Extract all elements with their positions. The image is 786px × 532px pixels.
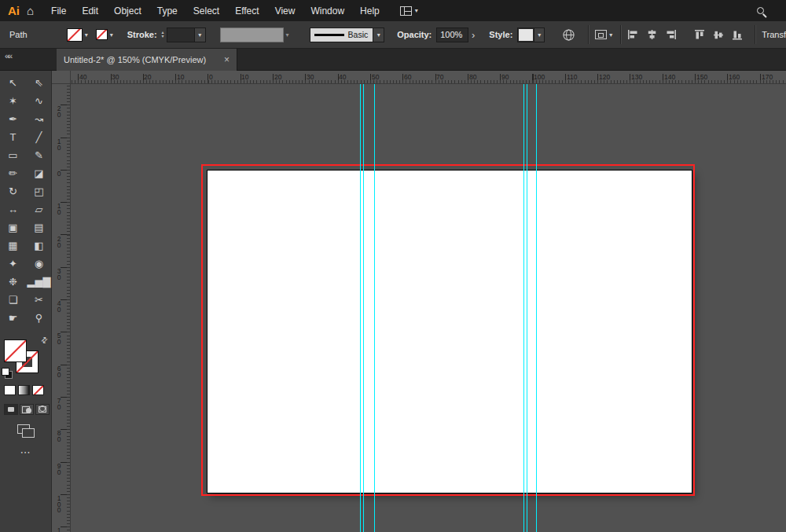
- artboard-tool[interactable]: ❏: [0, 291, 26, 309]
- column-graph-tool[interactable]: ▂▅▇: [26, 273, 52, 291]
- close-icon[interactable]: ×: [218, 54, 230, 65]
- stroke-width-stepper[interactable]: ▴ ▾: [162, 31, 164, 39]
- ruler-label: 140: [664, 74, 675, 80]
- stroke-none-swatch[interactable]: [96, 29, 108, 40]
- edit-toolbar-button[interactable]: ⋯: [0, 446, 52, 458]
- menu-effect[interactable]: Effect: [227, 6, 266, 17]
- rotate-tool[interactable]: ↻: [0, 182, 26, 200]
- zoom-tool[interactable]: ⚲: [26, 309, 52, 327]
- line-segment-tool[interactable]: ╱: [26, 128, 52, 146]
- type-tool[interactable]: T: [0, 128, 26, 146]
- ruler-label: 50: [372, 74, 379, 80]
- app-logo[interactable]: Ai: [0, 4, 27, 17]
- paintbrush-tool[interactable]: ✎: [26, 146, 52, 164]
- align-horizontal-center-button[interactable]: [646, 29, 658, 40]
- tools-grid: ↖⇖✶∿✒↝T╱▭✎✏◪↻◰↔▱▣▤▦◧✦◉❉▂▅▇❏✂☛⚲: [0, 74, 52, 327]
- menu-file[interactable]: File: [43, 6, 74, 17]
- ruler-label: 10: [55, 139, 63, 151]
- ruler-label: 20: [55, 237, 63, 248]
- rectangle-tool[interactable]: ▭: [0, 146, 26, 164]
- chevron-down-icon: ▾: [286, 31, 289, 39]
- align-vertical-bottom-button[interactable]: [732, 29, 744, 40]
- ruler-label: 60: [404, 74, 411, 80]
- align-horizontal-right-button[interactable]: [665, 29, 677, 40]
- default-fill-stroke-icon[interactable]: [2, 368, 13, 379]
- curvature-tool[interactable]: ↝: [26, 110, 52, 128]
- hand-tool[interactable]: ☛: [0, 309, 26, 327]
- home-icon[interactable]: ⌂: [27, 4, 34, 17]
- shape-builder-tool[interactable]: ▣: [0, 218, 26, 237]
- ruler-label: 10: [55, 204, 63, 215]
- collapse-panel-icon[interactable]: ««: [5, 51, 11, 61]
- gradient-tool[interactable]: ◧: [26, 237, 52, 255]
- swap-fill-stroke-icon[interactable]: ⇄: [39, 335, 50, 346]
- chevron-down-icon[interactable]: ▾: [110, 31, 113, 39]
- style-select[interactable]: ▾: [517, 28, 545, 42]
- stroke-color-control[interactable]: ▾: [96, 29, 113, 40]
- separator: [755, 25, 755, 44]
- color-button[interactable]: [4, 385, 16, 395]
- opacity-options-icon[interactable]: ›: [472, 30, 475, 40]
- chevron-down-icon[interactable]: ▾: [534, 28, 544, 42]
- slice-tool[interactable]: ✂: [26, 291, 52, 309]
- menu-edit[interactable]: Edit: [74, 6, 106, 17]
- scale-tool[interactable]: ◰: [26, 182, 52, 200]
- artboard[interactable]: [207, 170, 692, 493]
- ruler-label: 130: [631, 74, 642, 80]
- chevron-down-icon[interactable]: ▾: [373, 28, 384, 42]
- align-horizontal-left-button[interactable]: [627, 29, 639, 40]
- pencil-tool[interactable]: ✏: [0, 164, 26, 182]
- menu-object[interactable]: Object: [106, 6, 149, 17]
- menu-view[interactable]: View: [267, 6, 303, 17]
- chevron-down-icon[interactable]: ▾: [85, 31, 88, 39]
- fill-color-control[interactable]: ▾: [67, 28, 88, 42]
- draw-behind-button[interactable]: [20, 404, 34, 415]
- chevron-down-icon[interactable]: ▾: [609, 31, 612, 39]
- symbol-sprayer-tool[interactable]: ❉: [0, 273, 26, 291]
- none-button[interactable]: [32, 385, 44, 395]
- free-transform-tool[interactable]: ▱: [26, 200, 52, 218]
- align-to-control[interactable]: ▾: [595, 30, 612, 39]
- stepper-down-icon[interactable]: ▾: [162, 35, 164, 39]
- transform-link[interactable]: Transf: [762, 30, 786, 39]
- draw-normal-button[interactable]: [4, 404, 18, 415]
- draw-inside-button[interactable]: [35, 404, 50, 415]
- stroke-width-select[interactable]: ▾: [167, 28, 206, 42]
- workspace-switcher[interactable]: ▾: [400, 6, 418, 16]
- search-button[interactable]: [757, 7, 764, 14]
- opacity-input[interactable]: 100%: [436, 28, 468, 42]
- gradient-button[interactable]: [18, 385, 30, 395]
- menu-help[interactable]: Help: [352, 6, 387, 17]
- menu-select[interactable]: Select: [185, 6, 227, 17]
- align-vertical-top-icon: [694, 29, 706, 40]
- align-vertical-top-button[interactable]: [694, 29, 706, 40]
- eraser-tool[interactable]: ◪: [26, 164, 52, 182]
- document-tab[interactable]: Untitled-2* @ 150% (CMYK/Preview) ×: [57, 49, 237, 71]
- menu-type[interactable]: Type: [149, 6, 185, 17]
- recolor-artwork-button[interactable]: [562, 28, 575, 42]
- fill-swatch[interactable]: [4, 339, 27, 362]
- ruler-label: 70: [436, 74, 443, 80]
- align-vertical-center-button[interactable]: [713, 29, 725, 40]
- chevron-down-icon[interactable]: ▾: [194, 28, 205, 42]
- screen-mode-icon[interactable]: [17, 424, 35, 438]
- selection-tool[interactable]: ↖: [0, 74, 26, 92]
- eyedropper-tool[interactable]: ✦: [0, 255, 26, 273]
- magic-wand-tool[interactable]: ✶: [0, 92, 26, 110]
- mesh-tool[interactable]: ▦: [0, 237, 26, 255]
- horizontal-ruler[interactable]: 4030201001020304050607080901001101201301…: [71, 71, 786, 84]
- fill-none-swatch[interactable]: [67, 28, 83, 42]
- width-tool[interactable]: ↔: [0, 200, 26, 218]
- blend-tool[interactable]: ◉: [26, 255, 52, 273]
- vertical-ruler[interactable]: 20100102030405060708090100110: [52, 84, 71, 532]
- pen-tool[interactable]: ✒: [0, 110, 26, 128]
- direct-selection-tool[interactable]: ⇖: [26, 74, 52, 92]
- ruler-label: 80: [469, 74, 476, 80]
- ruler-corner[interactable]: [52, 71, 71, 84]
- lasso-tool[interactable]: ∿: [26, 92, 52, 110]
- style-swatch: [519, 29, 533, 41]
- perspective-grid-tool[interactable]: ▤: [26, 218, 52, 237]
- canvas-area[interactable]: [71, 84, 786, 532]
- brush-definition-select[interactable]: Basic ▾: [310, 28, 385, 42]
- menu-window[interactable]: Window: [303, 6, 352, 17]
